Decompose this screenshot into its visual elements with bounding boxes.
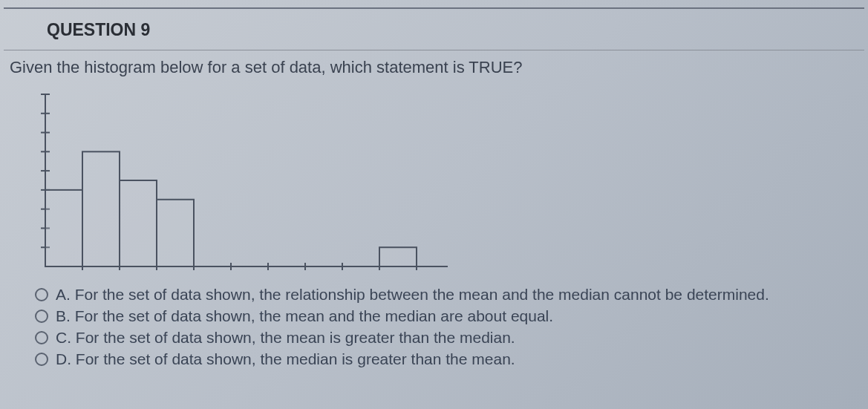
top-divider xyxy=(4,7,864,9)
svg-rect-21 xyxy=(45,190,82,266)
option-d-label: D. For the set of data shown, the median… xyxy=(56,350,515,368)
radio-c[interactable] xyxy=(35,331,48,344)
option-a-label: A. For the set of data shown, the relati… xyxy=(56,286,769,304)
svg-rect-23 xyxy=(120,180,157,266)
question-prompt: Given the histogram below for a set of d… xyxy=(4,50,864,77)
option-b: B. For the set of data shown, the mean a… xyxy=(35,307,864,325)
radio-b[interactable] xyxy=(35,310,48,323)
radio-d[interactable] xyxy=(35,353,48,366)
question-header: QUESTION 9 xyxy=(4,11,864,44)
histogram-chart xyxy=(32,91,448,280)
radio-a[interactable] xyxy=(35,288,48,301)
histogram-svg xyxy=(32,91,448,280)
svg-rect-22 xyxy=(82,151,120,266)
question-container: QUESTION 9 Given the histogram below for… xyxy=(0,0,868,368)
svg-rect-24 xyxy=(157,200,194,266)
option-c-label: C. For the set of data shown, the mean i… xyxy=(56,329,515,347)
options-list: A. For the set of data shown, the relati… xyxy=(35,286,864,368)
option-b-label: B. For the set of data shown, the mean a… xyxy=(56,307,553,325)
option-a: A. For the set of data shown, the relati… xyxy=(35,286,864,304)
option-c: C. For the set of data shown, the mean i… xyxy=(35,329,864,347)
option-d: D. For the set of data shown, the median… xyxy=(35,350,864,368)
svg-rect-25 xyxy=(379,247,417,266)
